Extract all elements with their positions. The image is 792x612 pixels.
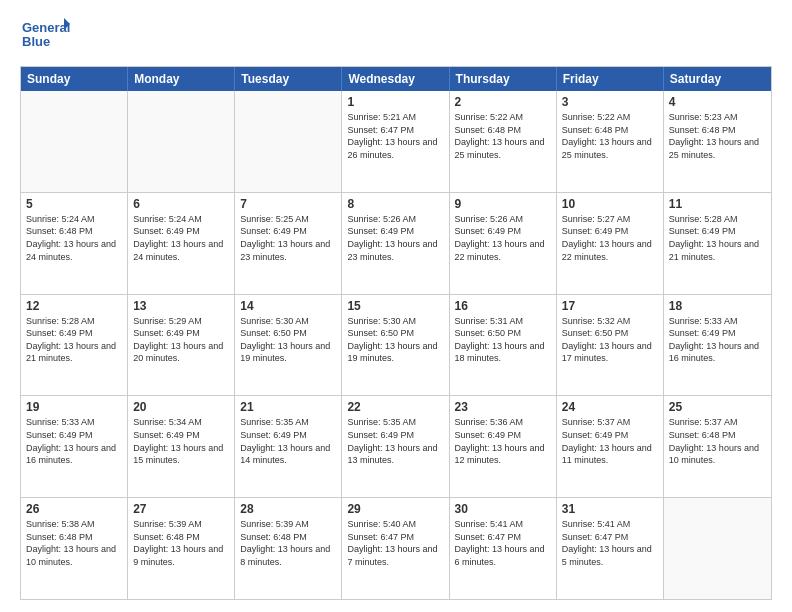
day-cell-7: 7Sunrise: 5:25 AM Sunset: 6:49 PM Daylig… bbox=[235, 193, 342, 294]
day-cell-22: 22Sunrise: 5:35 AM Sunset: 6:49 PM Dayli… bbox=[342, 396, 449, 497]
day-info: Sunrise: 5:39 AM Sunset: 6:48 PM Dayligh… bbox=[240, 518, 336, 568]
day-number: 26 bbox=[26, 502, 122, 516]
day-info: Sunrise: 5:41 AM Sunset: 6:47 PM Dayligh… bbox=[562, 518, 658, 568]
logo: General Blue bbox=[20, 16, 70, 58]
day-info: Sunrise: 5:28 AM Sunset: 6:49 PM Dayligh… bbox=[669, 213, 766, 263]
logo-general: General bbox=[22, 20, 70, 35]
day-number: 29 bbox=[347, 502, 443, 516]
day-info: Sunrise: 5:27 AM Sunset: 6:49 PM Dayligh… bbox=[562, 213, 658, 263]
day-info: Sunrise: 5:40 AM Sunset: 6:47 PM Dayligh… bbox=[347, 518, 443, 568]
day-cell-29: 29Sunrise: 5:40 AM Sunset: 6:47 PM Dayli… bbox=[342, 498, 449, 599]
day-number: 25 bbox=[669, 400, 766, 414]
day-cell-20: 20Sunrise: 5:34 AM Sunset: 6:49 PM Dayli… bbox=[128, 396, 235, 497]
day-info: Sunrise: 5:26 AM Sunset: 6:49 PM Dayligh… bbox=[455, 213, 551, 263]
calendar: SundayMondayTuesdayWednesdayThursdayFrid… bbox=[20, 66, 772, 600]
day-number: 22 bbox=[347, 400, 443, 414]
day-number: 24 bbox=[562, 400, 658, 414]
day-number: 21 bbox=[240, 400, 336, 414]
day-info: Sunrise: 5:37 AM Sunset: 6:49 PM Dayligh… bbox=[562, 416, 658, 466]
empty-cell-4-6 bbox=[664, 498, 771, 599]
day-info: Sunrise: 5:36 AM Sunset: 6:49 PM Dayligh… bbox=[455, 416, 551, 466]
logo-blue: Blue bbox=[22, 34, 50, 49]
day-number: 13 bbox=[133, 299, 229, 313]
day-info: Sunrise: 5:32 AM Sunset: 6:50 PM Dayligh… bbox=[562, 315, 658, 365]
day-cell-30: 30Sunrise: 5:41 AM Sunset: 6:47 PM Dayli… bbox=[450, 498, 557, 599]
day-number: 23 bbox=[455, 400, 551, 414]
day-number: 8 bbox=[347, 197, 443, 211]
day-number: 12 bbox=[26, 299, 122, 313]
day-number: 9 bbox=[455, 197, 551, 211]
weekday-header-saturday: Saturday bbox=[664, 67, 771, 91]
day-cell-11: 11Sunrise: 5:28 AM Sunset: 6:49 PM Dayli… bbox=[664, 193, 771, 294]
empty-cell-0-2 bbox=[235, 91, 342, 192]
day-cell-19: 19Sunrise: 5:33 AM Sunset: 6:49 PM Dayli… bbox=[21, 396, 128, 497]
day-number: 5 bbox=[26, 197, 122, 211]
day-info: Sunrise: 5:30 AM Sunset: 6:50 PM Dayligh… bbox=[240, 315, 336, 365]
day-info: Sunrise: 5:39 AM Sunset: 6:48 PM Dayligh… bbox=[133, 518, 229, 568]
day-cell-24: 24Sunrise: 5:37 AM Sunset: 6:49 PM Dayli… bbox=[557, 396, 664, 497]
day-cell-3: 3Sunrise: 5:22 AM Sunset: 6:48 PM Daylig… bbox=[557, 91, 664, 192]
day-info: Sunrise: 5:24 AM Sunset: 6:49 PM Dayligh… bbox=[133, 213, 229, 263]
day-info: Sunrise: 5:35 AM Sunset: 6:49 PM Dayligh… bbox=[347, 416, 443, 466]
day-number: 19 bbox=[26, 400, 122, 414]
day-info: Sunrise: 5:22 AM Sunset: 6:48 PM Dayligh… bbox=[455, 111, 551, 161]
day-number: 2 bbox=[455, 95, 551, 109]
day-cell-8: 8Sunrise: 5:26 AM Sunset: 6:49 PM Daylig… bbox=[342, 193, 449, 294]
day-number: 31 bbox=[562, 502, 658, 516]
weekday-header-thursday: Thursday bbox=[450, 67, 557, 91]
day-info: Sunrise: 5:34 AM Sunset: 6:49 PM Dayligh… bbox=[133, 416, 229, 466]
day-cell-13: 13Sunrise: 5:29 AM Sunset: 6:49 PM Dayli… bbox=[128, 295, 235, 396]
day-cell-2: 2Sunrise: 5:22 AM Sunset: 6:48 PM Daylig… bbox=[450, 91, 557, 192]
header: General Blue bbox=[20, 16, 772, 58]
day-info: Sunrise: 5:29 AM Sunset: 6:49 PM Dayligh… bbox=[133, 315, 229, 365]
day-cell-6: 6Sunrise: 5:24 AM Sunset: 6:49 PM Daylig… bbox=[128, 193, 235, 294]
day-cell-14: 14Sunrise: 5:30 AM Sunset: 6:50 PM Dayli… bbox=[235, 295, 342, 396]
day-info: Sunrise: 5:33 AM Sunset: 6:49 PM Dayligh… bbox=[26, 416, 122, 466]
day-cell-18: 18Sunrise: 5:33 AM Sunset: 6:49 PM Dayli… bbox=[664, 295, 771, 396]
day-number: 3 bbox=[562, 95, 658, 109]
empty-cell-0-0 bbox=[21, 91, 128, 192]
weekday-header-sunday: Sunday bbox=[21, 67, 128, 91]
day-number: 17 bbox=[562, 299, 658, 313]
day-number: 28 bbox=[240, 502, 336, 516]
logo-svg: General Blue bbox=[20, 16, 70, 58]
day-cell-28: 28Sunrise: 5:39 AM Sunset: 6:48 PM Dayli… bbox=[235, 498, 342, 599]
day-number: 14 bbox=[240, 299, 336, 313]
week-row-1: 1Sunrise: 5:21 AM Sunset: 6:47 PM Daylig… bbox=[21, 91, 771, 193]
day-cell-5: 5Sunrise: 5:24 AM Sunset: 6:48 PM Daylig… bbox=[21, 193, 128, 294]
weekday-header-wednesday: Wednesday bbox=[342, 67, 449, 91]
day-cell-23: 23Sunrise: 5:36 AM Sunset: 6:49 PM Dayli… bbox=[450, 396, 557, 497]
empty-cell-0-1 bbox=[128, 91, 235, 192]
calendar-body: 1Sunrise: 5:21 AM Sunset: 6:47 PM Daylig… bbox=[21, 91, 771, 599]
week-row-3: 12Sunrise: 5:28 AM Sunset: 6:49 PM Dayli… bbox=[21, 295, 771, 397]
day-cell-27: 27Sunrise: 5:39 AM Sunset: 6:48 PM Dayli… bbox=[128, 498, 235, 599]
day-number: 15 bbox=[347, 299, 443, 313]
day-cell-16: 16Sunrise: 5:31 AM Sunset: 6:50 PM Dayli… bbox=[450, 295, 557, 396]
day-cell-25: 25Sunrise: 5:37 AM Sunset: 6:48 PM Dayli… bbox=[664, 396, 771, 497]
day-cell-26: 26Sunrise: 5:38 AM Sunset: 6:48 PM Dayli… bbox=[21, 498, 128, 599]
day-info: Sunrise: 5:24 AM Sunset: 6:48 PM Dayligh… bbox=[26, 213, 122, 263]
weekday-header-tuesday: Tuesday bbox=[235, 67, 342, 91]
day-info: Sunrise: 5:35 AM Sunset: 6:49 PM Dayligh… bbox=[240, 416, 336, 466]
day-info: Sunrise: 5:23 AM Sunset: 6:48 PM Dayligh… bbox=[669, 111, 766, 161]
calendar-header: SundayMondayTuesdayWednesdayThursdayFrid… bbox=[21, 67, 771, 91]
day-cell-4: 4Sunrise: 5:23 AM Sunset: 6:48 PM Daylig… bbox=[664, 91, 771, 192]
day-info: Sunrise: 5:30 AM Sunset: 6:50 PM Dayligh… bbox=[347, 315, 443, 365]
day-cell-10: 10Sunrise: 5:27 AM Sunset: 6:49 PM Dayli… bbox=[557, 193, 664, 294]
day-cell-21: 21Sunrise: 5:35 AM Sunset: 6:49 PM Dayli… bbox=[235, 396, 342, 497]
day-info: Sunrise: 5:21 AM Sunset: 6:47 PM Dayligh… bbox=[347, 111, 443, 161]
day-info: Sunrise: 5:38 AM Sunset: 6:48 PM Dayligh… bbox=[26, 518, 122, 568]
day-info: Sunrise: 5:37 AM Sunset: 6:48 PM Dayligh… bbox=[669, 416, 766, 466]
day-number: 30 bbox=[455, 502, 551, 516]
weekday-header-monday: Monday bbox=[128, 67, 235, 91]
day-info: Sunrise: 5:28 AM Sunset: 6:49 PM Dayligh… bbox=[26, 315, 122, 365]
day-number: 11 bbox=[669, 197, 766, 211]
day-cell-15: 15Sunrise: 5:30 AM Sunset: 6:50 PM Dayli… bbox=[342, 295, 449, 396]
day-number: 6 bbox=[133, 197, 229, 211]
day-info: Sunrise: 5:31 AM Sunset: 6:50 PM Dayligh… bbox=[455, 315, 551, 365]
day-number: 27 bbox=[133, 502, 229, 516]
day-cell-31: 31Sunrise: 5:41 AM Sunset: 6:47 PM Dayli… bbox=[557, 498, 664, 599]
weekday-header-friday: Friday bbox=[557, 67, 664, 91]
day-number: 4 bbox=[669, 95, 766, 109]
day-info: Sunrise: 5:26 AM Sunset: 6:49 PM Dayligh… bbox=[347, 213, 443, 263]
